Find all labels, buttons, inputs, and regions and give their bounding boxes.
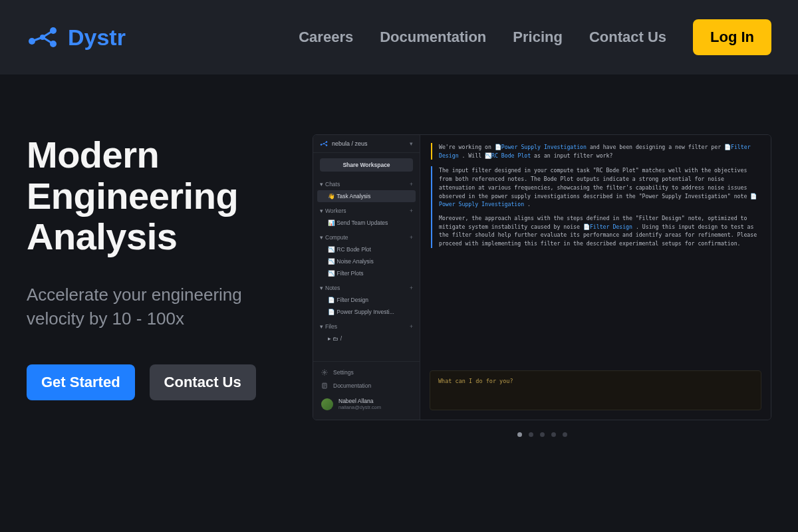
- user-info: Nabeel Allana nallana@dystr.com: [338, 398, 381, 410]
- document-icon: [321, 382, 328, 389]
- plus-icon[interactable]: +: [410, 207, 413, 214]
- msg-text: .: [524, 201, 531, 207]
- msg-text: The input filter designed in your comput…: [439, 167, 750, 199]
- nav-careers[interactable]: Careers: [299, 29, 353, 46]
- sidebar-section-files: ▾Files+ ▸ 🗀 /: [313, 319, 420, 346]
- chat-panel: We're working on 📄Power Supply Investiga…: [420, 135, 771, 420]
- sidebar-item[interactable]: 📄 Filter Design: [313, 294, 420, 306]
- caret-down-icon: ▾: [320, 181, 325, 188]
- app-window: nebula / zeus ▾ Share Workspace ▾Chats+ …: [313, 134, 771, 420]
- msg-text: . Will: [459, 152, 485, 159]
- nav-pricing[interactable]: Pricing: [513, 29, 563, 46]
- section-header-notes[interactable]: ▾Notes+: [313, 282, 420, 294]
- carousel-dot[interactable]: [540, 432, 545, 437]
- logo-icon: [27, 27, 59, 48]
- user-name: Nabeel Allana: [338, 398, 381, 404]
- nav-contact[interactable]: Contact Us: [589, 29, 666, 46]
- logo-icon: [320, 140, 328, 147]
- sidebar-section-compute: ▾Compute+ 📉 RC Bode Plot 📉 Noise Analysi…: [313, 230, 420, 281]
- section-label: Compute: [325, 234, 348, 241]
- section-label: Notes: [325, 285, 340, 291]
- section-header-chats[interactable]: ▾Chats+: [313, 178, 420, 190]
- msg-text: as an input filter work?: [531, 152, 612, 159]
- settings-label: Settings: [333, 369, 354, 376]
- msg-text: We're working on: [439, 144, 495, 150]
- hero-title-line: Engineering: [27, 175, 238, 217]
- plus-icon[interactable]: +: [410, 323, 413, 330]
- hero-title-line: Modern: [27, 134, 159, 176]
- carousel-dot[interactable]: [529, 432, 533, 437]
- caret-down-icon: ▾: [320, 207, 325, 214]
- sidebar-bottom: Settings Documentation Nabeel Allana nal…: [313, 361, 420, 420]
- svg-point-8: [324, 372, 326, 374]
- sidebar-section-chats: ▾Chats+ 👋 Task Analysis: [313, 177, 420, 203]
- workspace-name: nebula / zeus: [332, 140, 368, 147]
- user-email: nallana@dystr.com: [338, 404, 381, 410]
- carousel-dot[interactable]: [517, 432, 522, 437]
- site-header: Dystr Careers Documentation Pricing Cont…: [0, 0, 798, 74]
- brand[interactable]: Dystr: [27, 25, 126, 51]
- plus-icon[interactable]: +: [410, 181, 413, 188]
- contact-us-button[interactable]: Contact Us: [150, 364, 256, 400]
- settings-link[interactable]: Settings: [313, 366, 420, 379]
- workspace-switcher[interactable]: nebula / zeus ▾: [313, 135, 420, 153]
- plus-icon[interactable]: +: [410, 234, 413, 241]
- section-label: Workers: [325, 207, 346, 214]
- login-button[interactable]: Log In: [693, 19, 771, 55]
- gear-icon: [321, 369, 328, 376]
- sidebar-item[interactable]: 📉 Filter Plots: [313, 267, 420, 279]
- sidebar-item[interactable]: 📉 RC Bode Plot: [313, 243, 420, 255]
- chevron-down-icon: ▾: [410, 140, 413, 147]
- user-profile[interactable]: Nabeel Allana nallana@dystr.com: [313, 392, 420, 416]
- share-workspace-button[interactable]: Share Workspace: [320, 158, 413, 172]
- avatar: [321, 398, 333, 410]
- sidebar-item[interactable]: 📊 Send Team Updates: [313, 217, 420, 229]
- carousel-dot[interactable]: [563, 432, 567, 437]
- section-header-compute[interactable]: ▾Compute+: [313, 231, 420, 243]
- get-started-button[interactable]: Get Started: [27, 364, 135, 400]
- sidebar-item[interactable]: ▸ 🗀 /: [313, 332, 420, 344]
- section-label: Files: [325, 323, 337, 330]
- brand-name: Dystr: [68, 25, 126, 51]
- main-nav: Careers Documentation Pricing Contact Us…: [299, 19, 771, 55]
- hero-title: Modern Engineering Analysis: [27, 134, 293, 257]
- msg-text: and have been designing a new filter per: [587, 144, 724, 150]
- sidebar-item[interactable]: 📉 Noise Analysis: [313, 255, 420, 267]
- input-placeholder: What can I do for you?: [438, 378, 513, 384]
- hero-cta-group: Get Started Contact Us: [27, 364, 293, 400]
- docs-label: Documentation: [333, 382, 371, 389]
- sidebar-item-task-analysis[interactable]: 👋 Task Analysis: [317, 190, 416, 202]
- assistant-message: The input filter designed in your comput…: [431, 166, 760, 247]
- product-screenshot: nebula / zeus ▾ Share Workspace ▾Chats+ …: [313, 134, 771, 437]
- user-message: We're working on 📄Power Supply Investiga…: [431, 143, 760, 160]
- message-list: We're working on 📄Power Supply Investiga…: [420, 135, 771, 364]
- compute-tag[interactable]: RC Bode Plot: [491, 152, 531, 159]
- chat-input[interactable]: What can I do for you?: [430, 370, 761, 410]
- sidebar-section-notes: ▾Notes+ 📄 Filter Design 📄 Power Supply I…: [313, 281, 420, 319]
- plus-icon[interactable]: +: [410, 285, 413, 291]
- section-label: Chats: [325, 181, 340, 188]
- caret-down-icon: ▾: [320, 285, 325, 291]
- hero-copy: Modern Engineering Analysis Accelerate y…: [27, 134, 293, 437]
- section-header-files[interactable]: ▾Files+: [313, 321, 420, 332]
- sidebar-item[interactable]: 📄 Power Supply Investi...: [313, 306, 420, 318]
- hero-title-line: Analysis: [27, 215, 177, 257]
- carousel-dot[interactable]: [551, 432, 556, 437]
- carousel-dots: [313, 432, 771, 437]
- hero-subtitle: Accelerate your engineering velocity by …: [27, 283, 293, 331]
- app-sidebar: nebula / zeus ▾ Share Workspace ▾Chats+ …: [313, 135, 420, 420]
- note-tag[interactable]: Filter Design: [590, 223, 632, 230]
- documentation-link[interactable]: Documentation: [313, 379, 420, 392]
- hero-section: Modern Engineering Analysis Accelerate y…: [0, 74, 798, 464]
- sidebar-section-workers: ▾Workers+ 📊 Send Team Updates: [313, 203, 420, 230]
- note-tag[interactable]: Power Supply Investigation: [439, 201, 524, 207]
- section-header-workers[interactable]: ▾Workers+: [313, 205, 420, 217]
- nav-documentation[interactable]: Documentation: [380, 29, 486, 46]
- note-tag[interactable]: Power Supply Investigation: [501, 144, 587, 150]
- caret-down-icon: ▾: [320, 234, 325, 241]
- caret-down-icon: ▾: [320, 323, 325, 330]
